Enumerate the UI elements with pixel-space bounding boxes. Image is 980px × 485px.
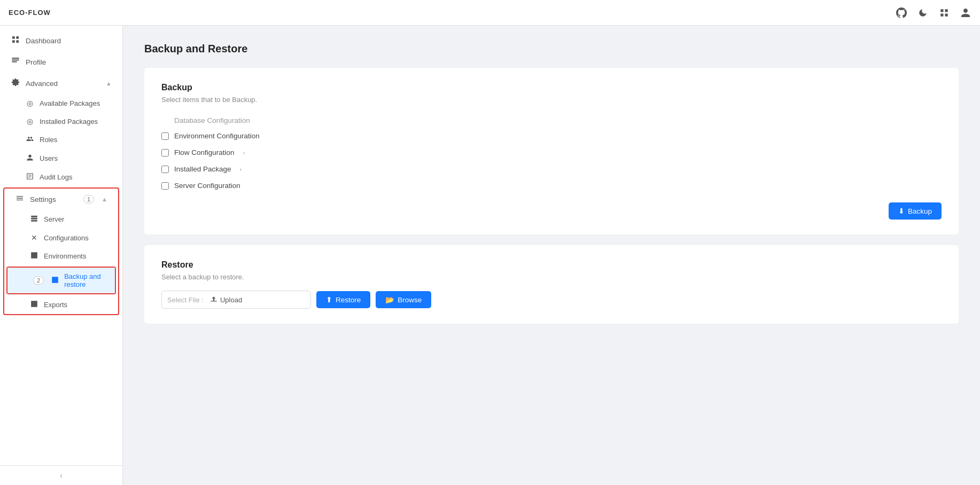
profile-icon (11, 57, 20, 67)
installed-package-chevron-icon: › (240, 166, 242, 173)
checkbox-flow-config[interactable] (161, 149, 169, 157)
sidebar-sub-label-audit-logs: Audit Logs (40, 173, 72, 181)
sidebar-nav: Dashboard Profile Advanced ▲ ◎ (0, 26, 122, 465)
sidebar-group-label-settings: Settings (30, 195, 78, 204)
sidebar-item-configurations[interactable]: ✕ Configurations (4, 229, 118, 247)
restore-button[interactable]: ⬆ Restore (316, 291, 370, 308)
svg-rect-19 (31, 252, 37, 259)
page-title: Backup and Restore (144, 43, 959, 55)
flow-config-label: Flow Configuration (174, 148, 235, 157)
sidebar-settings-subitems: Server ✕ Configurations Environments (4, 210, 118, 314)
svg-rect-10 (12, 61, 17, 62)
browse-btn-icon: 📂 (385, 295, 394, 304)
restore-file-row: Select File : Upload ⬆ Restore 📂 Browse (161, 291, 942, 309)
svg-rect-4 (12, 36, 15, 39)
file-select-label: Select File : (167, 296, 204, 304)
backup-btn-icon: ⬇ (898, 207, 905, 215)
checkbox-item-environment-config[interactable]: Environment Configuration (161, 128, 942, 144)
github-icon[interactable] (896, 7, 907, 19)
sidebar-item-audit-logs[interactable]: Audit Logs (0, 168, 122, 186)
users-icon (26, 154, 34, 163)
grid-icon[interactable] (938, 7, 950, 19)
sidebar-sub-label-available-packages: Available Packages (40, 99, 100, 107)
moon-icon[interactable] (917, 7, 929, 19)
sidebar-item-server[interactable]: Server (4, 210, 118, 229)
svg-rect-17 (31, 218, 37, 220)
sidebar-sub-label-roles: Roles (40, 136, 57, 144)
svg-rect-9 (12, 59, 19, 60)
sidebar-item-environments[interactable]: Environments (4, 247, 118, 265)
audit-logs-icon (26, 173, 34, 182)
environments-icon (30, 252, 38, 261)
backup-title: Backup (161, 83, 942, 92)
user-icon[interactable] (960, 7, 971, 19)
sidebar-item-backup-restore[interactable]: 2 Backup and restore (7, 268, 115, 293)
svg-rect-5 (16, 36, 19, 39)
sidebar-item-label-dashboard: Dashboard (26, 37, 112, 45)
backup-restore-icon (51, 276, 59, 285)
server-icon (30, 215, 38, 224)
sidebar-sub-label-users: Users (40, 154, 58, 162)
checkbox-item-database-config: Database Configuration (161, 113, 942, 128)
sidebar-item-available-packages[interactable]: ◎ Available Packages (0, 94, 122, 112)
sidebar-sub-label-server: Server (44, 215, 64, 223)
file-input-group: Select File : Upload (161, 291, 311, 309)
layout: Dashboard Profile Advanced ▲ ◎ (0, 26, 980, 485)
checkbox-environment-config[interactable] (161, 132, 169, 140)
backup-checkbox-group: Database Configuration Environment Confi… (161, 113, 942, 194)
settings-badge: 1 (83, 195, 94, 204)
svg-rect-6 (12, 40, 15, 43)
svg-rect-2 (940, 13, 943, 16)
restore-section: Restore Select a backup to restore. Sele… (144, 245, 959, 324)
backup-description: Select items that to be Backup. (161, 96, 942, 104)
installed-package-label: Installed Package (174, 165, 231, 173)
svg-rect-7 (16, 40, 19, 43)
sidebar-sub-label-backup-restore: Backup and restore (64, 272, 104, 288)
advanced-icon (11, 78, 20, 89)
sidebar-item-installed-packages[interactable]: ◎ Installed Packages (0, 112, 122, 130)
dashboard-icon (11, 35, 20, 46)
sidebar-group-advanced[interactable]: Advanced ▲ (0, 73, 122, 94)
checkbox-item-server-config[interactable]: Server Configuration (161, 177, 942, 194)
upload-label: Upload (220, 296, 242, 304)
server-config-label: Server Configuration (174, 182, 240, 190)
collapse-icon: ‹ (60, 471, 63, 480)
browse-btn-label: Browse (398, 296, 422, 304)
svg-rect-3 (945, 13, 948, 16)
sidebar-item-exports[interactable]: Exports (4, 295, 118, 314)
sidebar-group-settings[interactable]: Settings 1 ▲ (4, 189, 118, 210)
sidebar-item-profile[interactable]: Profile (0, 51, 122, 73)
backup-button[interactable]: ⬇ Backup (889, 202, 942, 220)
svg-rect-22 (211, 301, 217, 301)
topbar: ECO-FLOW (0, 0, 980, 26)
browse-button[interactable]: 📂 Browse (376, 291, 431, 308)
sidebar-item-dashboard[interactable]: Dashboard (0, 30, 122, 51)
flow-config-chevron-icon: › (243, 150, 245, 156)
sidebar-item-roles[interactable]: Roles (0, 130, 122, 149)
sidebar-sub-label-installed-packages: Installed Packages (40, 118, 98, 126)
installed-packages-icon: ◎ (26, 117, 34, 126)
svg-rect-0 (940, 9, 943, 12)
topbar-icons (896, 7, 971, 19)
checkbox-item-installed-package[interactable]: Installed Package › (161, 161, 942, 177)
sidebar-advanced-subitems: ◎ Available Packages ◎ Installed Package… (0, 94, 122, 186)
svg-rect-20 (52, 277, 58, 283)
checkbox-installed-package[interactable] (161, 166, 169, 173)
sidebar: Dashboard Profile Advanced ▲ ◎ (0, 26, 123, 485)
roles-icon (26, 135, 34, 144)
sidebar-sub-label-exports: Exports (44, 301, 67, 309)
sidebar-collapse-button[interactable]: ‹ (0, 465, 122, 485)
available-packages-icon: ◎ (26, 99, 34, 107)
checkbox-item-flow-config[interactable]: Flow Configuration › (161, 144, 942, 161)
upload-button[interactable]: Upload (208, 296, 244, 304)
environment-config-label: Environment Configuration (174, 132, 260, 140)
sidebar-sub-label-configurations: Configurations (44, 234, 89, 242)
sidebar-item-users[interactable]: Users (0, 149, 122, 168)
exports-icon (30, 300, 38, 309)
svg-rect-16 (31, 216, 37, 217)
checkbox-server-config[interactable] (161, 182, 169, 190)
database-config-label: Database Configuration (174, 116, 250, 124)
main-content: Backup and Restore Backup Select items t… (123, 26, 980, 485)
restore-btn-icon: ⬆ (326, 295, 332, 304)
restore-description: Select a backup to restore. (161, 273, 942, 281)
